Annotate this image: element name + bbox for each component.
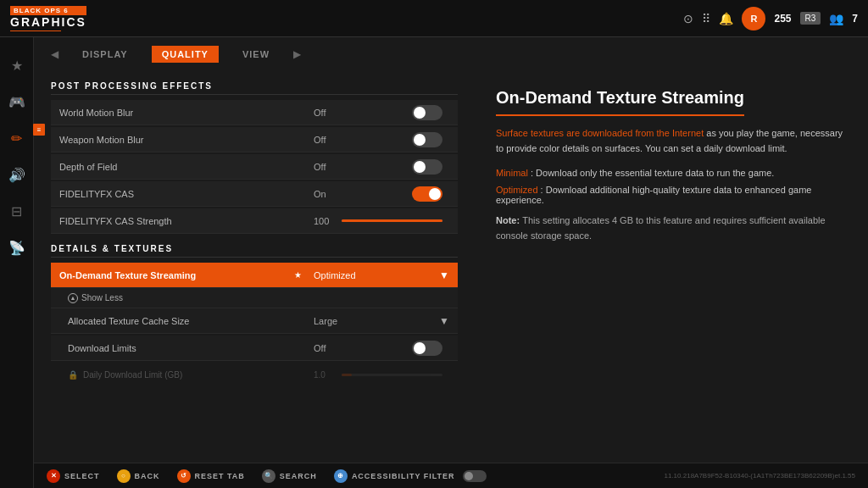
on-demand-texture-value: Optimized ▼ (305, 269, 458, 281)
sidebar-icon-network[interactable]: 📡 (5, 236, 29, 259)
allocated-texture-cache-value: Large ▼ (305, 315, 458, 327)
fidelityfx-cas-strength-value: 100 (305, 216, 458, 226)
fidelityfx-cas-value: On (305, 186, 458, 202)
settings-panel: POST PROCESSING EFFECTS World Motion Blu… (34, 71, 475, 463)
logo-line (10, 30, 61, 31)
friends-icon[interactable]: 👥 (829, 12, 843, 25)
controller-icon[interactable]: ⊙ (683, 12, 693, 25)
collapse-icon: ▲ (68, 293, 78, 303)
tab-quality[interactable]: QUALITY (152, 46, 219, 63)
setting-depth-of-field[interactable]: Depth of Field Off (51, 154, 458, 180)
system-info: 11.10.218A7B9F52-B10340-(1A1Th723BE173B6… (664, 472, 855, 480)
acc-toggle[interactable] (463, 470, 487, 482)
star-icon: ★ (294, 270, 302, 280)
info-option-optimized: Optimized : Download additional high-qua… (496, 185, 847, 205)
acc-icon: ⊕ (334, 469, 348, 483)
nav-tabs: ◀ DISPLAY QUALITY VIEW ▶ (34, 37, 868, 71)
fidelityfx-cas-strength-label: FIDELITYFX CAS Strength (51, 216, 305, 226)
logo-graphics: GRAPHICS (10, 15, 86, 29)
setting-weapon-motion-blur[interactable]: Weapon Motion Blur Off (51, 127, 458, 152)
info-description: Surface textures are downloaded from the… (496, 126, 847, 156)
logo-bo6: BLACK OPS 6 (10, 6, 86, 15)
back-label: BACK (135, 472, 160, 480)
reset-icon: ↺ (177, 469, 191, 483)
info-link: Surface textures are downloaded from the… (496, 128, 704, 138)
bell-icon[interactable]: 🔔 (719, 12, 733, 25)
player-score: 255 (774, 13, 791, 25)
post-processing-title: POST PROCESSING EFFECTS (51, 81, 458, 95)
on-demand-texture-label: On-Demand Texture Streaming (51, 270, 291, 280)
setting-on-demand-texture[interactable]: On-Demand Texture Streaming ★ Optimized … (51, 263, 458, 288)
online-count: 7 (852, 13, 858, 25)
select-label: SELECT (64, 472, 100, 480)
setting-daily-download-limit: 🔒 Daily Download Limit (GB) 1.0 (51, 363, 458, 386)
select-button[interactable]: ✕ SELECT (47, 469, 100, 483)
info-title: On-Demand Texture Streaming (496, 88, 744, 116)
panels: POST PROCESSING EFFECTS World Motion Blu… (34, 71, 868, 463)
search-icon: 🔍 (262, 469, 275, 483)
info-panel: On-Demand Texture Streaming Surface text… (475, 71, 868, 463)
x-icon: ✕ (47, 469, 60, 483)
info-note: Note: This setting allocates 4 GB to thi… (496, 214, 847, 243)
sidebar-icon-edit[interactable]: ✏ ≡ (8, 127, 25, 150)
tab-view[interactable]: VIEW (236, 46, 276, 63)
fidelityfx-cas-label: FIDELITYFX CAS (51, 189, 305, 199)
chevron-down-dark-icon: ▼ (439, 315, 449, 327)
show-less-label: ▲ Show Less (68, 293, 123, 303)
setting-download-limits[interactable]: Download Limits Off (51, 336, 458, 361)
world-motion-blur-value: Off (305, 105, 458, 120)
setting-fidelityfx-cas-strength[interactable]: FIDELITYFX CAS Strength 100 (51, 208, 458, 234)
weapon-motion-blur-value: Off (305, 132, 458, 147)
grid-icon[interactable]: ⠿ (702, 12, 710, 25)
rank-badge: R3 (800, 12, 821, 25)
show-less-row[interactable]: ▲ Show Less (51, 288, 458, 308)
b-icon: ○ (117, 469, 131, 483)
top-bar: BLACK OPS 6 GRAPHICS ⊙ ⠿ 🔔 R 255 R3 👥 7 (0, 0, 868, 37)
daily-download-limit-value: 1.0 (305, 370, 458, 380)
info-option-minimal: Minimal : Download only the essential te… (496, 168, 847, 178)
main-content: ◀ DISPLAY QUALITY VIEW ▶ POST PROCESSING… (34, 37, 868, 463)
sidebar-icon-sound[interactable]: 🔊 (5, 164, 29, 186)
tab-display[interactable]: DISPLAY (75, 46, 135, 63)
acc-label: ACCESSIBILITY FILTER (352, 472, 455, 480)
accessibility-button[interactable]: ⊕ ACCESSIBILITY FILTER (334, 469, 487, 483)
daily-download-limit-label: Daily Download Limit (GB) (83, 370, 305, 380)
details-textures-title: DETAILS & TEXTURES (51, 244, 458, 258)
nav-icon-left: ◀ (51, 48, 58, 60)
search-label: SEARCH (280, 472, 317, 480)
reset-tab-button[interactable]: ↺ RESET TAB (177, 469, 245, 483)
top-bar-right: ⊙ ⠿ 🔔 R 255 R3 👥 7 (683, 7, 858, 30)
sidebar-icon-controller[interactable]: 🎮 (5, 91, 29, 114)
reset-tab-label: RESET TAB (195, 472, 245, 480)
daily-limit-slider (342, 374, 442, 376)
sidebar-icon-star[interactable]: ★ (8, 54, 26, 77)
fidelityfx-cas-toggle[interactable] (412, 186, 442, 202)
sidebar-icon-display[interactable]: ⊟ (8, 200, 25, 223)
fidelityfx-strength-slider[interactable] (342, 219, 442, 222)
depth-of-field-value: Off (305, 159, 458, 175)
setting-fidelityfx-cas[interactable]: FIDELITYFX CAS On (51, 181, 458, 207)
download-limits-toggle[interactable] (412, 341, 442, 356)
download-limits-value: Off (305, 341, 458, 356)
logo-area: BLACK OPS 6 GRAPHICS (10, 6, 86, 31)
weapon-motion-blur-toggle[interactable] (412, 132, 442, 147)
depth-of-field-toggle[interactable] (412, 159, 442, 175)
left-sidebar: ★ 🎮 ✏ ≡ 🔊 ⊟ 📡 (0, 37, 34, 488)
avatar: R (742, 7, 765, 30)
allocated-texture-cache-label: Allocated Texture Cache Size (68, 316, 305, 326)
setting-world-motion-blur[interactable]: World Motion Blur Off (51, 100, 458, 125)
setting-allocated-texture-cache[interactable]: Allocated Texture Cache Size Large ▼ (51, 308, 458, 334)
world-motion-blur-label: World Motion Blur (51, 108, 305, 118)
lock-icon: 🔒 (68, 370, 78, 380)
nav-icon-right: ▶ (293, 48, 301, 60)
weapon-motion-blur-label: Weapon Motion Blur (51, 135, 305, 145)
back-button[interactable]: ○ BACK (117, 469, 160, 483)
depth-of-field-label: Depth of Field (51, 162, 305, 172)
bottom-bar: ✕ SELECT ○ BACK ↺ RESET TAB 🔍 SEARCH ⊕ A… (34, 463, 868, 488)
world-motion-blur-toggle[interactable] (412, 105, 442, 120)
search-button[interactable]: 🔍 SEARCH (262, 469, 317, 483)
download-limits-label: Download Limits (68, 343, 305, 353)
chevron-down-icon: ▼ (439, 269, 449, 281)
